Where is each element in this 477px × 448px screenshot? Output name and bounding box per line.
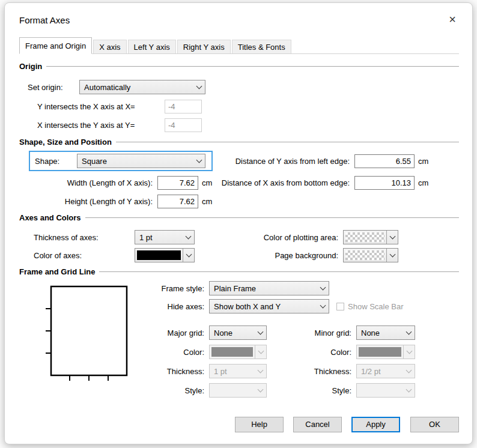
set-origin-select[interactable]: Automatically bbox=[79, 80, 205, 94]
section-axes-colors-header: Axes and Colors bbox=[19, 213, 459, 222]
ok-button[interactable]: OK bbox=[410, 417, 459, 432]
gray-color-swatch bbox=[211, 347, 253, 357]
hide-axes-label: Hide axes: bbox=[148, 302, 204, 311]
plot-area-color-label: Color of plotting area: bbox=[216, 233, 338, 242]
height-input[interactable] bbox=[157, 195, 198, 208]
minor-color-label: Color: bbox=[294, 348, 351, 357]
apply-button[interactable]: Apply bbox=[351, 417, 400, 432]
x-intersect-row: X intersects the Y axis at Y= bbox=[37, 118, 202, 132]
chevron-down-icon bbox=[403, 384, 415, 397]
chevron-down-icon bbox=[193, 80, 205, 94]
chevron-down-icon bbox=[255, 384, 266, 397]
tab-left-y-axis[interactable]: Left Y axis bbox=[128, 40, 176, 53]
section-rule bbox=[116, 142, 459, 142]
minor-style-select[interactable] bbox=[356, 383, 415, 398]
height-unit: cm bbox=[202, 197, 212, 206]
section-rule bbox=[85, 217, 459, 218]
set-origin-value: Automatically bbox=[80, 83, 193, 92]
axes-color-select[interactable] bbox=[135, 248, 195, 262]
major-grid-value: None bbox=[210, 328, 255, 338]
tab-frame-and-origin[interactable]: Frame and Origin bbox=[19, 37, 92, 54]
chevron-down-icon bbox=[403, 345, 415, 359]
dist-left-label: Distance of Y axis from left edge: bbox=[216, 157, 350, 166]
chevron-down-icon bbox=[386, 231, 398, 244]
hide-axes-value: Show both X and Y bbox=[210, 302, 317, 311]
axes-thickness-select[interactable]: 1 pt bbox=[135, 230, 195, 244]
tab-titles-fonts[interactable]: Titles & Fonts bbox=[232, 40, 291, 53]
major-color-label: Color: bbox=[148, 348, 204, 357]
major-thickness-row: Thickness: 1 pt bbox=[148, 364, 267, 378]
show-scale-bar-checkbox[interactable] bbox=[336, 303, 344, 310]
set-origin-label: Set origin: bbox=[28, 83, 74, 92]
width-label: Width (Length of X axis): bbox=[50, 178, 153, 187]
chevron-down-icon bbox=[193, 154, 205, 168]
axes-thickness-row: Thickness of axes: 1 pt bbox=[34, 230, 195, 244]
dist-bottom-input[interactable] bbox=[354, 176, 415, 190]
major-style-row: Style: bbox=[148, 383, 267, 398]
show-scale-bar-label: Show Scale Bar bbox=[348, 302, 404, 311]
major-thickness-select[interactable]: 1 pt bbox=[209, 364, 267, 378]
transparent-swatch bbox=[345, 232, 384, 242]
dist-left-unit: cm bbox=[418, 157, 428, 166]
page-bg-select[interactable] bbox=[343, 248, 398, 262]
minor-thickness-select[interactable]: 1/2 pt bbox=[356, 364, 415, 378]
width-unit: cm bbox=[202, 178, 212, 187]
minor-color-select[interactable] bbox=[356, 345, 415, 359]
chevron-down-icon bbox=[403, 365, 415, 378]
major-color-select[interactable] bbox=[209, 345, 267, 359]
close-icon[interactable]: × bbox=[445, 11, 460, 27]
tab-right-y-axis[interactable]: Right Y axis bbox=[177, 40, 231, 53]
frame-style-select[interactable]: Plain Frame bbox=[209, 281, 329, 295]
shape-select[interactable]: Square bbox=[77, 154, 205, 168]
section-origin-title: Origin bbox=[19, 62, 42, 71]
minor-thickness-row: Thickness: 1/2 pt bbox=[294, 364, 415, 378]
tab-x-axis[interactable]: X axis bbox=[93, 40, 126, 53]
width-input[interactable] bbox=[157, 176, 198, 190]
major-grid-select[interactable]: None bbox=[209, 325, 267, 340]
major-thickness-label: Thickness: bbox=[148, 367, 204, 376]
show-scale-bar-group: Show Scale Bar bbox=[336, 302, 404, 311]
minor-grid-row: Minor grid: None bbox=[294, 325, 415, 340]
gray-color-swatch bbox=[359, 347, 401, 357]
hide-axes-row: Hide axes: Show both X and Y Show Scale … bbox=[148, 299, 404, 313]
dist-bottom-unit: cm bbox=[418, 178, 428, 187]
height-label: Height (Length of Y axis): bbox=[50, 197, 153, 206]
plot-area-color-select[interactable] bbox=[343, 230, 398, 244]
y-intersect-row: Y intersects the X axis at X= bbox=[37, 99, 202, 114]
tab-bar: Frame and Origin X axis Left Y axis Righ… bbox=[19, 37, 459, 54]
major-grid-row: Major grid: None bbox=[148, 325, 267, 340]
chevron-down-icon bbox=[183, 249, 194, 262]
x-intersect-input[interactable] bbox=[165, 118, 202, 132]
section-rule bbox=[46, 66, 459, 67]
y-intersect-input[interactable] bbox=[165, 100, 202, 114]
cancel-button[interactable]: Cancel bbox=[293, 417, 342, 432]
set-origin-row: Set origin: Automatically bbox=[28, 80, 205, 94]
section-axes-colors-title: Axes and Colors bbox=[19, 213, 81, 222]
shape-label: Shape: bbox=[35, 157, 72, 166]
help-button[interactable]: Help bbox=[235, 417, 284, 432]
major-style-select[interactable] bbox=[209, 383, 267, 398]
minor-thickness-label: Thickness: bbox=[294, 367, 351, 376]
major-color-row: Color: bbox=[148, 345, 267, 359]
shape-focus-ring: Shape: Square bbox=[29, 151, 213, 171]
axes-thickness-label: Thickness of axes: bbox=[34, 233, 130, 242]
minor-color-row: Color: bbox=[294, 345, 415, 359]
minor-thickness-value: 1/2 pt bbox=[357, 367, 403, 376]
section-rule bbox=[99, 271, 459, 272]
minor-grid-select[interactable]: None bbox=[356, 325, 415, 340]
black-color-swatch bbox=[137, 250, 181, 260]
section-frame-grid-title: Frame and Grid Line bbox=[19, 267, 95, 276]
minor-grid-value: None bbox=[357, 328, 403, 338]
minor-style-label: Style: bbox=[294, 386, 351, 395]
dist-bottom-label: Distance of X axis from bottom edge: bbox=[216, 178, 350, 187]
frame-style-row: Frame style: Plain Frame bbox=[148, 281, 329, 295]
dist-left-input[interactable] bbox=[354, 154, 415, 168]
dist-bottom-row: Distance of X axis from bottom edge: cm bbox=[216, 175, 428, 190]
chevron-down-icon bbox=[255, 326, 266, 339]
format-axes-dialog: Format Axes × Frame and Origin X axis Le… bbox=[4, 2, 473, 444]
major-grid-label: Major grid: bbox=[148, 328, 204, 338]
hide-axes-select[interactable]: Show both X and Y bbox=[209, 299, 329, 313]
width-row: Width (Length of X axis): cm bbox=[50, 175, 212, 190]
plot-area-color-row: Color of plotting area: bbox=[216, 230, 398, 244]
dialog-title: Format Axes bbox=[19, 15, 70, 25]
